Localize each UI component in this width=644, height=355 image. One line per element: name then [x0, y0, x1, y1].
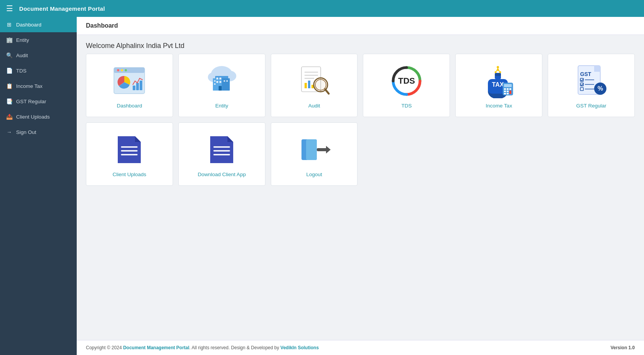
card-dashboard-label: Dashboard	[117, 103, 142, 109]
card-grid-area: Dashboard	[77, 54, 644, 340]
card-gst-regular-label: GST Regular	[576, 103, 606, 109]
sidebar-item-gst-regular[interactable]: 📑 GST Regular	[0, 94, 77, 109]
sidebar-item-entity[interactable]: 🏢 Entity	[0, 32, 77, 48]
card-income-tax[interactable]: TAX	[455, 54, 542, 117]
card-audit-label: Audit	[308, 103, 320, 109]
svg-point-56	[499, 71, 501, 73]
card-client-uploads-icon	[112, 132, 147, 167]
svg-text:%: %	[597, 85, 603, 92]
svg-rect-51	[504, 93, 506, 94]
sidebar-label-entity: Entity	[16, 37, 29, 43]
svg-rect-17	[216, 81, 218, 83]
empty-cell-3	[548, 122, 635, 186]
svg-rect-22	[226, 80, 228, 82]
footer-brand: Document Management Portal	[123, 345, 189, 350]
dashboard-icon: ⊞	[6, 21, 12, 28]
card-tds-icon: TDS	[389, 64, 424, 98]
svg-point-55	[494, 71, 496, 73]
svg-rect-18	[219, 81, 221, 83]
card-download-app-label: Download Client App	[198, 172, 246, 177]
svg-rect-15	[216, 78, 218, 79]
svg-rect-14	[222, 78, 230, 91]
sidebar-label-sign-out: Sign Out	[16, 129, 36, 135]
svg-rect-41	[495, 73, 501, 76]
svg-rect-50	[509, 91, 511, 94]
card-client-uploads[interactable]: Client Uploads	[86, 122, 173, 186]
svg-rect-16	[219, 78, 221, 79]
client-uploads-icon: 📤	[6, 114, 12, 120]
footer-version-number: 1.0	[628, 345, 635, 350]
main-content: Dashboard Welcome Alphalinx India Pvt Lt…	[77, 17, 644, 355]
svg-rect-30	[308, 81, 310, 88]
svg-rect-21	[224, 80, 225, 82]
footer-copyright-text: Copyright © 2024	[86, 345, 123, 350]
sidebar-item-audit[interactable]: 🔍 Audit	[0, 48, 77, 63]
svg-point-3	[121, 69, 123, 71]
welcome-message: Welcome Alphalinx India Pvt Ltd	[77, 35, 644, 54]
card-entity-icon	[204, 64, 239, 98]
sign-out-icon: →	[6, 129, 12, 135]
svg-rect-7	[136, 83, 139, 90]
card-tds[interactable]: TDS TDS	[363, 54, 450, 117]
sidebar-item-dashboard[interactable]: ⊞ Dashboard	[0, 17, 77, 32]
tds-icon: 📄	[6, 68, 12, 74]
svg-rect-45	[504, 88, 506, 90]
footer-copyright: Copyright © 2024 Document Management Por…	[86, 345, 319, 350]
card-income-tax-label: Income Tax	[486, 103, 512, 109]
sidebar-item-tds[interactable]: 📄 TDS	[0, 63, 77, 78]
svg-rect-75	[306, 139, 317, 160]
card-tds-label: TDS	[401, 103, 412, 109]
sidebar-item-client-uploads[interactable]: 📤 Client Uploads	[0, 109, 77, 124]
svg-point-34	[316, 80, 325, 89]
sidebar-item-sign-out[interactable]: → Sign Out	[0, 124, 77, 140]
card-logout[interactable]: Logout	[271, 122, 358, 186]
empty-cell-1	[363, 122, 450, 186]
svg-text:GST: GST	[580, 71, 591, 77]
footer-version: Version 1.0	[611, 345, 635, 350]
card-income-tax-icon: TAX	[482, 64, 516, 98]
gst-icon: 📑	[6, 98, 12, 104]
card-dashboard[interactable]: Dashboard	[86, 54, 173, 117]
card-gst-regular[interactable]: GST %	[548, 54, 635, 117]
svg-rect-47	[509, 88, 511, 90]
sidebar-label-dashboard: Dashboard	[16, 22, 41, 28]
sidebar-item-income-tax[interactable]: 📋 Income Tax	[0, 78, 77, 94]
footer-suffix: . All rights reserved. Design & Develope…	[189, 345, 280, 350]
sidebar-label-audit: Audit	[16, 53, 28, 58]
card-row-2: Client Uploads	[86, 122, 635, 186]
footer-version-label: Version	[611, 345, 629, 350]
svg-point-2	[117, 69, 119, 71]
card-logout-icon	[297, 132, 331, 167]
card-download-app[interactable]: Download Client App	[178, 122, 265, 186]
sidebar: ⊞ Dashboard 🏢 Entity 🔍 Audit 📄 TDS 📋 Inc…	[0, 17, 77, 355]
sidebar-label-gst-regular: GST Regular	[16, 99, 46, 104]
svg-rect-8	[140, 81, 142, 90]
entity-icon: 🏢	[6, 37, 12, 43]
svg-rect-19	[214, 80, 216, 82]
svg-rect-23	[219, 86, 222, 91]
svg-line-35	[325, 89, 329, 94]
menu-icon[interactable]: ☰	[6, 4, 13, 13]
svg-rect-52	[507, 93, 509, 94]
card-audit-icon	[297, 64, 331, 98]
card-client-uploads-label: Client Uploads	[113, 172, 147, 177]
svg-rect-44	[504, 84, 512, 87]
svg-rect-76	[317, 148, 328, 151]
card-gst-icon: GST %	[574, 64, 609, 98]
svg-rect-49	[507, 91, 509, 92]
card-dashboard-icon	[112, 64, 147, 98]
card-audit[interactable]: Audit	[271, 54, 358, 117]
card-entity[interactable]: Entity	[178, 54, 265, 117]
svg-rect-6	[133, 86, 135, 90]
footer-developer: VedikIn Solutions	[280, 345, 319, 350]
income-tax-icon: 📋	[6, 83, 12, 89]
card-entity-label: Entity	[215, 103, 228, 109]
card-row-1: Dashboard	[86, 54, 635, 117]
topbar: ☰ Document Management Portal	[0, 0, 644, 17]
svg-marker-77	[326, 146, 331, 154]
sidebar-label-tds: TDS	[16, 68, 26, 74]
card-download-app-icon	[204, 132, 239, 167]
svg-point-4	[125, 69, 127, 71]
content-header: Dashboard	[77, 17, 644, 35]
svg-rect-20	[214, 83, 216, 85]
